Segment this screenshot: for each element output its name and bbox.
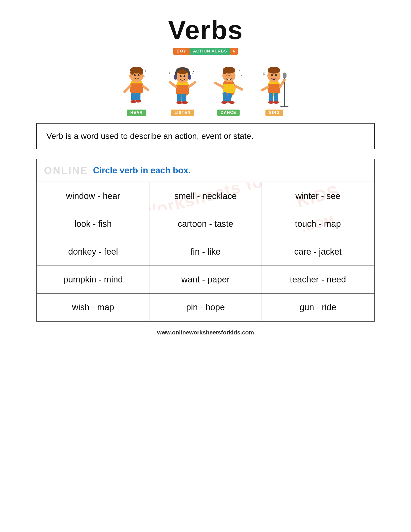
footer: www.onlineworksheetsforkids.com	[157, 329, 254, 336]
exercise-container: ONLINE Circle verb in each box. window -…	[36, 159, 375, 322]
svg-rect-39	[223, 84, 235, 93]
svg-text:♪: ♪	[238, 69, 240, 74]
cell-text-r1-c1: cartoon - taste	[178, 219, 233, 229]
table-cell-r4-c1: pin - hope	[149, 293, 262, 321]
dance-label: DANCE	[217, 110, 240, 116]
sing-character-svg: ♫	[257, 62, 291, 108]
character-sing: ♫ SING	[257, 62, 291, 116]
svg-point-7	[135, 75, 135, 76]
table-cell-r0-c1: Worksheets forsmell - necklace	[149, 182, 262, 210]
cell-text-r0-c1: smell - necklace	[174, 191, 237, 201]
table-cell-r3-c1: want - paper	[149, 266, 262, 293]
badge-boy: BOY	[173, 48, 190, 55]
table-cell-r0-c2: KiDSwinter - see	[262, 182, 374, 210]
svg-line-44	[215, 83, 223, 87]
svg-line-45	[235, 86, 242, 89]
table-cell-r2-c1: fin - like	[149, 238, 262, 266]
cell-text-r2-c1: fin - like	[190, 247, 221, 256]
svg-rect-58	[268, 84, 280, 93]
svg-text:♫: ♫	[240, 74, 243, 78]
cell-text-r1-c0: look - fish	[75, 219, 112, 229]
svg-rect-60	[274, 93, 278, 102]
svg-point-3	[130, 70, 134, 75]
svg-line-64	[262, 87, 268, 90]
svg-point-24	[180, 75, 182, 77]
cell-text-r3-c2: teacher - need	[290, 275, 346, 284]
svg-point-29	[177, 101, 182, 104]
listen-label: LISTEN	[171, 110, 194, 116]
svg-point-30	[182, 101, 188, 104]
badge: BOY ACTION VERBS 6	[173, 48, 238, 55]
hear-character-svg: ♪	[120, 62, 154, 108]
table-cell-r1-c0: look - fish	[37, 210, 149, 238]
sing-label: SING	[265, 110, 283, 116]
svg-text:♫: ♫	[262, 71, 266, 76]
svg-text:♫: ♫	[192, 70, 195, 75]
exercise-header: ONLINE Circle verb in each box.	[37, 159, 374, 182]
svg-point-16	[129, 75, 131, 77]
svg-point-25	[184, 75, 186, 77]
cell-text-r2-c2: care - jacket	[294, 247, 342, 256]
character-hear: ♪ HEAR	[120, 62, 154, 116]
table-cell-r1-c1: cartoon - taste	[149, 210, 262, 238]
svg-point-56	[272, 75, 273, 76]
badge-num: 6	[230, 48, 238, 55]
svg-point-62	[273, 101, 279, 104]
svg-rect-10	[131, 93, 136, 101]
svg-line-15	[143, 86, 148, 90]
svg-line-14	[124, 86, 130, 92]
table-cell-r3-c0: pumpkin - mind	[37, 266, 149, 293]
listen-character-svg: ♫ ♪	[166, 62, 199, 108]
svg-point-8	[139, 75, 139, 76]
table-cell-r1-c2: .COMtouch - map	[262, 210, 374, 238]
svg-point-53	[268, 67, 280, 74]
cell-text-r4-c2: gun - ride	[299, 302, 336, 312]
character-dance: ♪ ♫ DANCE	[212, 62, 245, 116]
page-title: Verbs	[168, 15, 243, 45]
svg-rect-26	[176, 85, 189, 95]
instruction-text: Circle verb in each box.	[93, 165, 191, 176]
badge-container: BOY ACTION VERBS 6	[173, 48, 238, 55]
cell-text-r3-c0: pumpkin - mind	[63, 275, 123, 284]
table-cell-r4-c2: gun - ride	[262, 293, 374, 321]
characters-row: ♪ HEAR	[120, 62, 291, 116]
svg-rect-9	[130, 83, 143, 93]
badge-action: ACTION VERBS	[189, 48, 230, 55]
svg-rect-50	[283, 73, 287, 78]
cell-text-r2-c0: donkey - feel	[68, 247, 118, 256]
dance-character-svg: ♪ ♫	[212, 62, 245, 108]
verb-table: window - hearWorksheets forsmell - neckl…	[37, 182, 374, 321]
cell-text-r3-c1: want - paper	[181, 275, 230, 284]
svg-point-4	[139, 70, 143, 75]
hear-label: HEAR	[127, 110, 146, 116]
footer-url: www.onlineworksheetsforkids.com	[157, 329, 254, 336]
cell-text-r0-c2: winter - see	[295, 191, 340, 201]
table-cell-r3-c2: teacher - need	[262, 266, 374, 293]
svg-point-61	[268, 101, 274, 104]
svg-point-38	[223, 70, 226, 74]
table-cell-r2-c0: donkey - feel	[37, 238, 149, 266]
cell-text-r0-c0: window - hear	[66, 191, 120, 201]
cell-text-r4-c0: wish - map	[72, 302, 114, 312]
svg-rect-28	[182, 94, 187, 102]
svg-rect-23	[188, 75, 191, 80]
svg-point-57	[276, 75, 277, 76]
table-cell-r2-c2: care - jacket	[262, 238, 374, 266]
svg-line-32	[189, 82, 195, 87]
definition-text: Verb is a word used to describe an actio…	[47, 131, 253, 141]
svg-text:♪: ♪	[168, 70, 170, 75]
svg-point-13	[135, 100, 141, 103]
svg-rect-59	[269, 93, 273, 102]
table-cell-r0-c0: window - hear	[37, 182, 149, 210]
svg-point-12	[131, 100, 136, 103]
cell-text-r4-c1: pin - hope	[186, 302, 225, 312]
table-cell-r4-c0: wish - map	[37, 293, 149, 321]
svg-rect-22	[174, 75, 177, 80]
svg-point-17	[142, 75, 145, 77]
svg-line-31	[170, 82, 176, 87]
svg-text:♪: ♪	[144, 69, 146, 73]
cell-text-r1-c2: touch - map	[295, 219, 341, 229]
definition-box: Verb is a word used to describe an actio…	[36, 123, 375, 149]
character-listen: ♫ ♪ LISTEN	[166, 62, 199, 116]
svg-rect-27	[177, 94, 182, 102]
